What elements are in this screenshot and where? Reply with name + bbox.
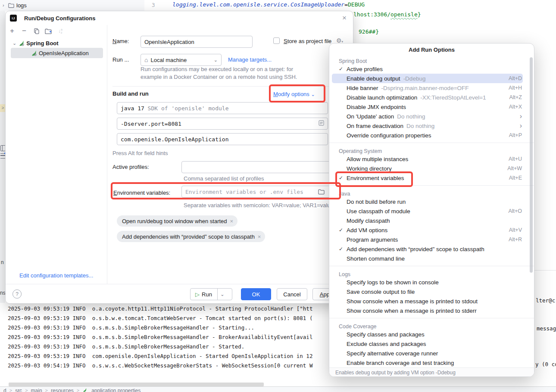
ok-button[interactable]: OK (241, 288, 271, 300)
remove-tag-icon[interactable]: × (230, 218, 234, 224)
menu-item-hide-banner[interactable]: Hide banner-Dspring.main.banner-mode=OFF… (332, 83, 523, 93)
active-profiles-label: Active profiles: (112, 164, 149, 170)
menu-item-active-profiles[interactable]: ✓Active profiles (332, 64, 523, 74)
breadcrumb-item[interactable]: d (3, 388, 6, 392)
add-run-options-popup: Add Run Options Spring Boot✓Active profi… (329, 43, 534, 377)
gutter-line-number: 3 (152, 2, 155, 8)
menu-item-on-frame-deactivation[interactable]: On frame deactivationDo nothing› (332, 121, 523, 131)
menu-item-disable-launch-optimization[interactable]: Disable launch optimization-XX:TieredSto… (332, 93, 523, 102)
horizontal-scrollbar[interactable] (9, 383, 264, 386)
chevron-down-icon: ⌄ (12, 40, 16, 46)
menu-section-header: Java (329, 188, 534, 197)
active-profiles-input[interactable] (181, 161, 333, 173)
menu-item-label: Specify classes and packages (347, 331, 425, 338)
breadcrumb-separator-icon: > (77, 388, 79, 392)
manage-targets-link[interactable]: Manage targets... (228, 56, 272, 63)
menu-item-label: Allow multiple instances (347, 156, 408, 162)
menu-section-header: Code Coverage (329, 321, 534, 330)
menu-item-use-classpath-of-module[interactable]: Use classpath of moduleAlt+O (332, 206, 523, 216)
menu-item-label: Add VM options (347, 227, 387, 233)
menu-item-modify-classpath[interactable]: Modify classpath (332, 216, 523, 225)
menu-section-header: Spring Boot (329, 56, 534, 64)
annotation-environment-variables-option (335, 171, 413, 187)
menu-section-header: Logs (329, 269, 534, 277)
breadcrumb-separator-icon: > (45, 388, 48, 392)
menu-item-enable-debug-output[interactable]: Enable debug output-DdebugAlt+D (332, 74, 523, 83)
close-icon[interactable]: × (340, 13, 349, 23)
add-configuration-icon[interactable]: + (8, 27, 16, 35)
popup-scrollbar[interactable] (530, 57, 533, 273)
store-as-project-file-checkbox[interactable] (273, 37, 280, 44)
breadcrumb-item[interactable]: resources (51, 388, 74, 392)
breadcrumb-item[interactable]: application.properties (91, 388, 141, 392)
menu-item-specify-logs-to-be-shown-in-console[interactable]: Specify logs to be shown in console (332, 277, 523, 287)
menu-item-shorten-command-line[interactable]: Shorten command line (332, 254, 523, 263)
build-and-run-header: Build and run (112, 90, 149, 97)
menu-item-specify-classes-and-packages[interactable]: Specify classes and packages (332, 330, 523, 339)
menu-section-header: Operating System (329, 146, 534, 154)
run-button[interactable]: ▷ Run ⌄ (190, 288, 232, 300)
menu-item-override-configuration-properties[interactable]: Override configuration propertiesAlt+P (332, 131, 523, 140)
menu-item-program-arguments[interactable]: Program argumentsAlt+R (332, 235, 523, 244)
sort-icon[interactable]: ↓az (56, 27, 64, 35)
target-value: Local machine (150, 57, 187, 63)
menu-item-specify-alternative-coverage-runner[interactable]: Specify alternative coverage runner (332, 348, 523, 358)
console-output: 2025-09-03 09:53:19 INFO o.a.coyote.http… (8, 304, 312, 370)
menu-item-show-console-when-a-message-is-printed-to-stdout[interactable]: Show console when a message is printed t… (332, 296, 523, 306)
tree-expand-icon[interactable]: › (3, 3, 4, 8)
menu-item-label: Program arguments (347, 236, 398, 243)
console-log-line: 2025-09-03 09:53:19 INFO o.s.m.s.b.Simpl… (8, 323, 312, 333)
chevron-down-icon[interactable]: ⌄ (218, 292, 227, 297)
breadcrumb-item[interactable]: src (15, 388, 22, 392)
tree-item-label: OpenIsleApplication (39, 50, 89, 56)
tree-item-openisleapplication[interactable]: OpenIsleApplication (11, 48, 103, 58)
spring-boot-icon (82, 388, 87, 392)
console-log-line: 2025-09-03 09:54:19 INFO o.s.w.s.c.WebSo… (8, 361, 312, 370)
cancel-button[interactable]: Cancel (277, 288, 307, 300)
menu-item-do-not-build-before-run[interactable]: Do not build before run (332, 197, 523, 206)
menu-item-save-console-output-to-file[interactable]: Save console output to file (332, 287, 523, 296)
menu-item-allow-multiple-instances[interactable]: Allow multiple instancesAlt+U (332, 154, 523, 164)
new-folder-icon[interactable] (44, 27, 52, 35)
expand-field-icon[interactable] (319, 120, 324, 127)
console-fragment: y (0 co (535, 361, 556, 367)
remove-configuration-icon[interactable]: − (20, 27, 28, 35)
menu-item-enable-branch-coverage-and-test-tracking[interactable]: Enable branch coverage and test tracking (332, 358, 523, 367)
main-class-field[interactable]: com.openisle.OpenIsleApplication (117, 133, 328, 145)
menu-item-disable-jmx-endpoints[interactable]: Disable JMX endpointsAlt+X (332, 102, 523, 112)
breadcrumb-item[interactable]: main (31, 388, 42, 392)
target-select[interactable]: ⌂ Local machine ⌄ (141, 54, 222, 66)
copy-configuration-icon[interactable] (32, 27, 40, 35)
menu-item-show-console-when-a-message-is-printed-to-stderr[interactable]: Show console when a message is printed t… (332, 306, 523, 315)
jdk-field[interactable]: java 17 SDK of 'openisle' module (117, 102, 328, 114)
vm-options-field[interactable]: -Dserver.port=8081 (117, 118, 328, 130)
run-debug-configurations-dialog: IJ Run/Debug Configurations × + − ↓az ⌄ … (5, 11, 353, 304)
tree-group-spring-boot[interactable]: ⌄ Spring Boot (11, 38, 59, 48)
menu-item-exclude-classes-and-packages[interactable]: Exclude classes and packages (332, 339, 523, 348)
edit-configuration-templates-link[interactable]: Edit configuration templates... (19, 272, 93, 279)
remove-tag-icon[interactable]: × (258, 233, 261, 240)
menu-item-label: Specify alternative coverage runner (347, 350, 438, 357)
menu-item-on-update-action[interactable]: On 'Update' actionDo nothing› (332, 112, 523, 121)
todo-list-icon[interactable] (0, 153, 5, 159)
spring-boot-icon (31, 50, 37, 56)
console-log-line: 2025-09-03 09:53:19 INFO o.s.m.s.b.Simpl… (8, 342, 312, 352)
name-input[interactable] (141, 36, 253, 48)
menu-item-label: On 'Update' action (347, 113, 394, 120)
help-icon[interactable]: ? (12, 289, 22, 299)
spring-boot-icon (18, 40, 25, 47)
menu-item-label: Use classpath of module (347, 208, 410, 215)
menu-item-shortcut: Alt+O (508, 208, 522, 214)
panel-divider (534, 270, 556, 271)
store-as-project-file-label: Store as project file (284, 38, 331, 44)
menu-item-detail: -Ddebug (403, 75, 426, 82)
menu-item-detail: -XX:TieredStopAtLevel=1 (420, 94, 486, 101)
menu-separator (329, 263, 534, 269)
toolwindow-label-fragment: n (1, 259, 4, 265)
menu-item-add-dependencies-with-provided-scope-to-classpath[interactable]: ✓Add dependencies with “provided” scope … (332, 244, 523, 254)
popup-title: Add Run Options (329, 44, 534, 56)
menu-item-label: Hide banner (347, 85, 378, 91)
menu-item-add-vm-options[interactable]: ✓Add VM optionsAlt+V (332, 225, 523, 235)
tree-item-logs[interactable]: logs (16, 2, 27, 9)
console-fragment: lter@c (536, 297, 555, 304)
